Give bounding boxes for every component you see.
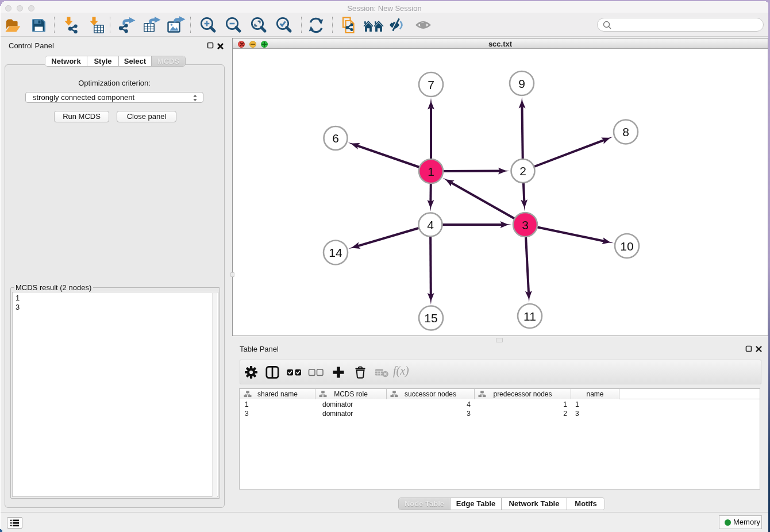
svg-text:15: 15 (424, 311, 437, 325)
svg-text:8: 8 (622, 125, 629, 138)
svg-text:6: 6 (332, 132, 339, 145)
svg-text:9: 9 (518, 77, 525, 90)
svg-text:4: 4 (427, 218, 434, 232)
svg-text:11: 11 (523, 310, 536, 323)
svg-text:10: 10 (620, 240, 633, 253)
svg-text:7: 7 (428, 78, 434, 91)
svg-text:2: 2 (519, 164, 526, 178)
svg-text:1: 1 (428, 165, 434, 178)
svg-text:3: 3 (522, 218, 529, 232)
svg-text:14: 14 (329, 246, 342, 259)
